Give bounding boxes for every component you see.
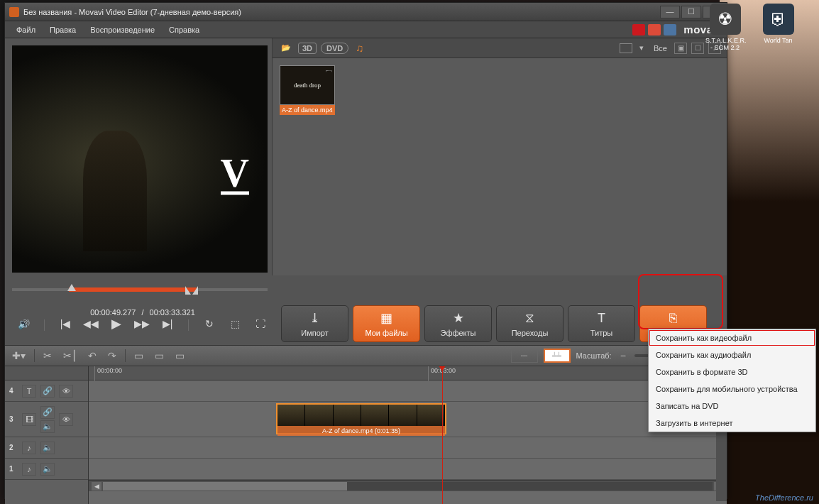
media-clip[interactable]: ⌐¬ death drop A-Z of dance.mp4 xyxy=(280,65,335,115)
fullscreen-icon[interactable]: ⛶ xyxy=(253,318,268,329)
track-number: 3 xyxy=(9,415,18,423)
cut-icon[interactable]: ✂ xyxy=(40,349,55,363)
save-dropdown-menu: Сохранить как видеофайл Сохранить как ау… xyxy=(648,329,816,432)
track-header-3[interactable]: 3 🎞 🔗 🔈 👁 xyxy=(5,402,88,437)
save-as-3d[interactable]: Сохранить в формате 3D xyxy=(649,363,815,380)
link-icon[interactable]: 🔗 xyxy=(40,385,55,398)
scroll-left-icon[interactable]: ◀ xyxy=(92,482,101,491)
time-ruler[interactable]: 00:00:00 00:03:00 xyxy=(89,366,727,380)
link-icon[interactable]: 🔗 xyxy=(40,406,55,419)
menu-playback[interactable]: Воспроизведение xyxy=(83,23,162,37)
menu-edit[interactable]: Правка xyxy=(43,23,83,37)
export-icon: ⎘ xyxy=(669,311,677,326)
transitions-button[interactable]: ⧖ Переходы xyxy=(496,305,564,342)
speaker-icon[interactable]: 🔈 xyxy=(40,463,55,476)
scroll-thumb[interactable] xyxy=(103,482,347,491)
import-button[interactable]: ⤓ Импорт xyxy=(281,305,348,342)
scrub-row xyxy=(5,275,727,302)
text-track-icon: T xyxy=(22,385,36,398)
out-marker-icon[interactable] xyxy=(185,282,198,295)
zoom-out-icon[interactable]: − xyxy=(617,349,629,363)
scrub-progress xyxy=(69,287,197,292)
folder-open-icon[interactable]: 📂 xyxy=(278,42,294,54)
track-audio-icon[interactable]: ▭ xyxy=(172,349,187,363)
track-lane-4[interactable] xyxy=(89,380,727,402)
save-as-audio[interactable]: Сохранить как аудиофайл xyxy=(649,346,815,363)
text-icon: T xyxy=(598,311,605,326)
track-header-2[interactable]: 2 ♪ 🔈 xyxy=(5,437,88,459)
clip-filename: A-Z of dance.mp4 xyxy=(280,105,335,115)
scrub-track[interactable] xyxy=(12,284,268,294)
main-buttons: ⤓ Импорт ▦ Мои файлы ★ Эффекты ⧖ Переход… xyxy=(281,305,707,342)
undo-icon[interactable]: ↶ xyxy=(85,349,99,363)
add-button[interactable]: ✚▾ xyxy=(9,349,28,363)
desktop-icon-stalker[interactable]: ☢ S.T.A.L.K.E.R. - SGM 2.2 xyxy=(705,4,744,51)
youtube-icon[interactable] xyxy=(632,24,645,35)
timeline-mode[interactable]: ╧╧ xyxy=(544,349,571,363)
aspect-dropdown-icon[interactable]: ▾ xyxy=(637,42,647,54)
view-image-icon[interactable]: ☐ xyxy=(691,43,704,54)
aspect-selector[interactable] xyxy=(620,43,632,53)
eye-icon[interactable]: 👁 xyxy=(59,413,73,426)
save-for-mobile[interactable]: Сохранить для мобильного устройства xyxy=(649,380,815,398)
speaker-icon[interactable]: 🔈 xyxy=(40,442,55,454)
music-icon: ♪ xyxy=(22,463,36,476)
vk-icon[interactable] xyxy=(664,24,676,35)
clip-thumbnail: ⌐¬ death drop xyxy=(280,65,335,105)
window-title: Без названия - Movavi Video Editor (7-дн… xyxy=(23,8,660,16)
skip-end-icon[interactable]: ▶| xyxy=(160,318,175,329)
crop-icon[interactable]: ⬚ xyxy=(227,318,243,329)
track-lane-3[interactable]: A-Z of dance.mp4 (0:01:35) xyxy=(89,402,727,437)
track-video-icon[interactable]: ▭ xyxy=(131,349,146,363)
filter-all[interactable]: Все xyxy=(651,44,670,53)
transitions-icon: ⧖ xyxy=(525,311,534,326)
preview-video[interactable]: V xyxy=(12,45,268,273)
view-video-icon[interactable]: ▣ xyxy=(674,43,687,54)
track-lane-2[interactable] xyxy=(89,437,727,459)
storyboard-mode[interactable]: ▫▫▫ xyxy=(511,349,538,363)
timeline-clip[interactable]: A-Z of dance.mp4 (0:01:35) xyxy=(276,403,446,434)
googleplus-icon[interactable] xyxy=(648,24,661,35)
track-image-icon[interactable]: ▭ xyxy=(152,349,167,363)
menu-help[interactable]: Справка xyxy=(162,23,207,37)
titlebar[interactable]: Без названия - Movavi Video Editor (7-дн… xyxy=(5,3,727,21)
film-icon: 🎞 xyxy=(22,413,36,426)
menu-file[interactable]: Файл xyxy=(9,23,43,37)
speaker-icon[interactable]: 🔈 xyxy=(40,420,55,433)
minimize-button[interactable]: — xyxy=(660,6,680,18)
horizontal-scrollbar[interactable]: ◀ ▶ xyxy=(89,480,727,491)
time-separator: / xyxy=(141,308,143,317)
music-icon: ♪ xyxy=(22,442,36,454)
dvd-button[interactable]: DVD xyxy=(321,43,348,54)
effects-button[interactable]: ★ Эффекты xyxy=(424,305,492,342)
import-icon: ⤓ xyxy=(309,310,320,326)
scroll-track[interactable] xyxy=(103,482,713,491)
in-marker-icon[interactable] xyxy=(67,284,76,291)
track-lane-1[interactable] xyxy=(89,459,727,480)
track-area[interactable]: 00:00:00 00:03:00 A-Z of dance.mp4 (0:01… xyxy=(89,366,727,504)
titles-button[interactable]: T Титры xyxy=(568,305,635,342)
split-icon[interactable]: ✂⎮ xyxy=(60,349,79,363)
desktop-icon-label: S.T.A.L.K.E.R. - SGM 2.2 xyxy=(705,37,744,51)
desktop-icon-wot[interactable]: ⛨ World Tan xyxy=(759,4,798,51)
redo-icon[interactable]: ↷ xyxy=(105,349,119,363)
burn-dvd[interactable]: Записать на DVD xyxy=(649,398,815,415)
media-library[interactable]: ⌐¬ death drop A-Z of dance.mp4 xyxy=(273,58,727,275)
maximize-button[interactable]: ☐ xyxy=(681,6,701,18)
track-header-4[interactable]: 4 T 🔗 👁 xyxy=(5,380,88,402)
timeline-clip-label: A-Z of dance.mp4 (0:01:35) xyxy=(277,426,445,436)
step-forward-icon[interactable]: ▶▶ xyxy=(134,318,150,329)
3d-button[interactable]: 3D xyxy=(298,43,317,54)
loop-icon[interactable]: ↻ xyxy=(202,318,217,329)
track-header-1[interactable]: 1 ♪ 🔈 xyxy=(5,459,88,480)
skip-start-icon[interactable]: |◀ xyxy=(57,318,73,329)
eye-icon[interactable]: 👁 xyxy=(59,385,73,398)
save-as-video[interactable]: Сохранить как видеофайл xyxy=(649,329,815,346)
step-back-icon[interactable]: ◀◀ xyxy=(83,318,99,329)
myfiles-button[interactable]: ▦ Мои файлы xyxy=(353,305,420,342)
playhead[interactable] xyxy=(442,366,443,504)
preview-overlay-letter: V xyxy=(221,150,249,195)
music-note-icon[interactable]: ♫ xyxy=(353,40,366,55)
upload-web[interactable]: Загрузить в интернет xyxy=(649,415,815,432)
volume-icon[interactable]: 🔊 xyxy=(16,318,31,329)
